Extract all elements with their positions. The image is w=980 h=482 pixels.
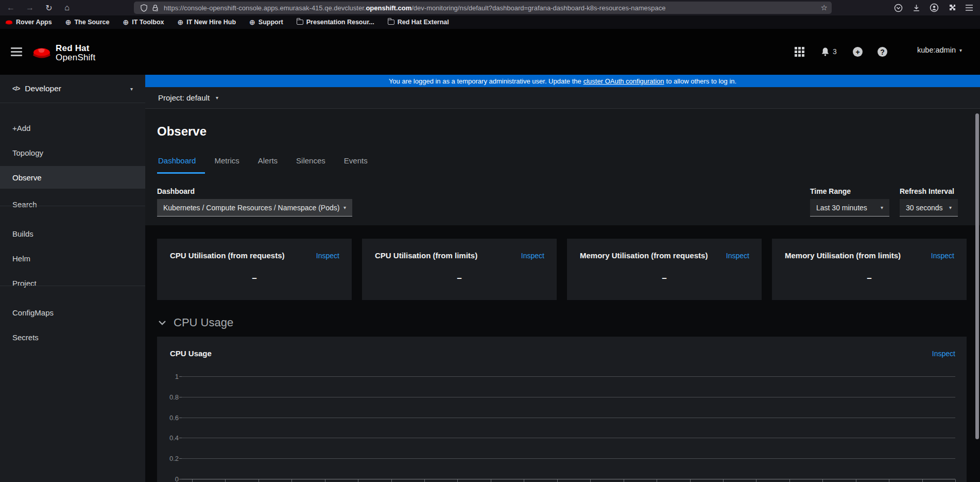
app-launcher-icon[interactable] bbox=[795, 47, 804, 57]
code-icon: </> bbox=[12, 85, 20, 92]
url-text: https://console-openshift-console.apps.e… bbox=[164, 4, 821, 12]
bookmark-star-icon[interactable]: ☆ bbox=[821, 3, 828, 12]
username: kube:admin bbox=[917, 46, 956, 54]
card-memory-utilisation-requests: Memory Utilisation (from requests) Inspe… bbox=[567, 239, 762, 300]
chevron-down-icon: ▾ bbox=[881, 205, 883, 210]
browser-toolbar: ← → ↻ ⌂ https://console-openshift-consol… bbox=[0, 0, 980, 15]
folder-icon bbox=[297, 20, 303, 25]
sidebar-item-observe[interactable]: Observe bbox=[0, 166, 145, 189]
inspect-link[interactable]: Inspect bbox=[521, 252, 544, 260]
masthead: Red Hat OpenShift 3 + ? kube:admin ▾ bbox=[0, 29, 980, 75]
url-bar[interactable]: https://console-openshift-console.apps.e… bbox=[134, 2, 832, 14]
tab-metrics[interactable]: Metrics bbox=[205, 156, 248, 174]
chevron-down-icon: ▾ bbox=[130, 86, 133, 92]
login-banner: You are logged in as a temporary adminis… bbox=[145, 75, 980, 87]
sidebar-item-add[interactable]: +Add bbox=[0, 117, 145, 139]
metric-value: – bbox=[362, 273, 557, 284]
account-icon[interactable] bbox=[927, 2, 941, 14]
brand-line1: Red Hat bbox=[56, 44, 95, 53]
y-axis-label: 0.4 bbox=[157, 434, 179, 442]
tab-silences[interactable]: Silences bbox=[287, 156, 335, 174]
perspective-switcher[interactable]: </> Developer ▾ bbox=[0, 75, 145, 103]
sidebar-nav: </> Developer ▾ +Add Topology Observe Se… bbox=[0, 75, 145, 482]
time-range-label: Time Range bbox=[810, 187, 851, 195]
sidebar-item-configmaps[interactable]: ConfigMaps bbox=[0, 301, 145, 324]
bookmark-support[interactable]: ⊕ Support bbox=[249, 19, 283, 26]
dashboard-label: Dashboard bbox=[157, 187, 195, 195]
dashboard-select[interactable]: Kubernetes / Compute Resources / Namespa… bbox=[157, 199, 352, 217]
page-title: Observe bbox=[157, 124, 207, 139]
y-axis-label: 0.8 bbox=[157, 393, 179, 401]
nav-toggle-icon[interactable] bbox=[11, 47, 22, 56]
lock-warning-icon[interactable] bbox=[151, 4, 159, 12]
sidebar-item-helm[interactable]: Helm bbox=[0, 247, 145, 270]
y-axis-label: 0 bbox=[157, 475, 179, 482]
home-icon[interactable]: ⌂ bbox=[60, 2, 74, 14]
cpu-usage-chart: 00.20.40.60.81 bbox=[157, 373, 955, 482]
help-icon[interactable]: ? bbox=[878, 47, 887, 57]
reload-icon[interactable]: ↻ bbox=[42, 2, 56, 14]
tracking-shield-icon[interactable] bbox=[140, 4, 148, 12]
extensions-icon[interactable] bbox=[945, 2, 959, 14]
globe-icon: ⊕ bbox=[65, 19, 72, 26]
inspect-link[interactable]: Inspect bbox=[726, 252, 749, 260]
back-icon[interactable]: ← bbox=[4, 2, 18, 14]
metric-value: – bbox=[772, 273, 967, 284]
time-range-select[interactable]: Last 30 minutes ▾ bbox=[810, 199, 889, 217]
globe-icon: ⊕ bbox=[249, 19, 255, 26]
sidebar-item-topology[interactable]: Topology bbox=[0, 141, 145, 164]
refresh-interval-label: Refresh Interval bbox=[900, 187, 954, 195]
bookmark-it-toolbox[interactable]: ⊕ IT Toolbox bbox=[123, 19, 164, 26]
add-plus-icon[interactable]: + bbox=[853, 47, 863, 57]
bookmark-the-source[interactable]: ⊕ The Source bbox=[65, 19, 110, 26]
y-axis-label: 1 bbox=[157, 373, 179, 380]
chevron-down-icon: ▾ bbox=[216, 95, 218, 101]
sidebar-item-project[interactable]: Project bbox=[0, 272, 145, 294]
chevron-down-icon: ▾ bbox=[959, 47, 962, 53]
download-icon[interactable] bbox=[909, 2, 923, 14]
tabs: Dashboard Metrics Alerts Silences Events bbox=[157, 156, 377, 174]
inspect-link[interactable]: Inspect bbox=[316, 252, 339, 260]
inspect-link[interactable]: Inspect bbox=[931, 252, 954, 260]
redhat-fedora-icon bbox=[5, 20, 13, 25]
project-selector[interactable]: Project: default ▾ bbox=[145, 87, 980, 109]
brand-line2: OpenShift bbox=[56, 53, 95, 62]
bookmarks-bar: Rover Apps ⊕ The Source ⊕ IT Toolbox ⊕ I… bbox=[0, 15, 980, 29]
redhat-fedora-icon bbox=[32, 46, 51, 59]
sidebar-item-builds[interactable]: Builds bbox=[0, 222, 145, 245]
cpu-usage-card: CPU Usage Inspect 00.20.40.60.81 bbox=[157, 337, 967, 482]
folder-icon bbox=[388, 20, 394, 25]
pocket-icon[interactable] bbox=[891, 2, 905, 14]
inspect-link[interactable]: Inspect bbox=[932, 350, 955, 358]
page-header: Observe Dashboard Metrics Alerts Silence… bbox=[145, 109, 980, 225]
notifications-bell-icon[interactable]: 3 bbox=[821, 47, 837, 56]
refresh-interval-select[interactable]: 30 seconds ▾ bbox=[900, 199, 958, 217]
tab-alerts[interactable]: Alerts bbox=[249, 156, 287, 174]
app-menu-icon[interactable] bbox=[962, 2, 976, 14]
tab-dashboard[interactable]: Dashboard bbox=[157, 156, 205, 174]
bookmark-presentation-resources[interactable]: Presentation Resour... bbox=[297, 19, 374, 26]
globe-icon: ⊕ bbox=[178, 19, 184, 26]
bookmark-red-hat-external[interactable]: Red Hat External bbox=[388, 19, 449, 26]
y-axis-label: 0.2 bbox=[157, 455, 179, 462]
brand-logo: Red Hat OpenShift bbox=[32, 44, 95, 62]
sidebar-item-search[interactable]: Search bbox=[0, 193, 145, 215]
section-cpu-usage[interactable]: CPU Usage bbox=[158, 316, 233, 329]
metric-value: – bbox=[157, 273, 352, 284]
sidebar-item-secrets[interactable]: Secrets bbox=[0, 326, 145, 348]
forward-icon[interactable]: → bbox=[23, 2, 37, 14]
notification-count: 3 bbox=[833, 47, 837, 56]
user-menu[interactable]: kube:admin ▾ bbox=[917, 46, 962, 54]
card-cpu-utilisation-limits: CPU Utilisation (from limits) Inspect – bbox=[362, 239, 557, 300]
scrollbar-thumb[interactable] bbox=[975, 113, 979, 439]
globe-icon: ⊕ bbox=[123, 19, 129, 26]
card-memory-utilisation-limits: Memory Utilisation (from limits) Inspect… bbox=[772, 239, 967, 300]
y-axis-label: 0.6 bbox=[157, 413, 179, 421]
bookmark-it-new-hire-hub[interactable]: ⊕ IT New Hire Hub bbox=[178, 19, 236, 26]
tab-events[interactable]: Events bbox=[335, 156, 377, 174]
chevron-down-icon: ▾ bbox=[343, 205, 346, 210]
oauth-config-link[interactable]: cluster OAuth configuration bbox=[583, 77, 664, 85]
bookmark-rover-apps[interactable]: Rover Apps bbox=[5, 19, 52, 26]
metric-value: – bbox=[567, 273, 762, 284]
main-content: Project: default ▾ Observe Dashboard Met… bbox=[145, 87, 980, 482]
